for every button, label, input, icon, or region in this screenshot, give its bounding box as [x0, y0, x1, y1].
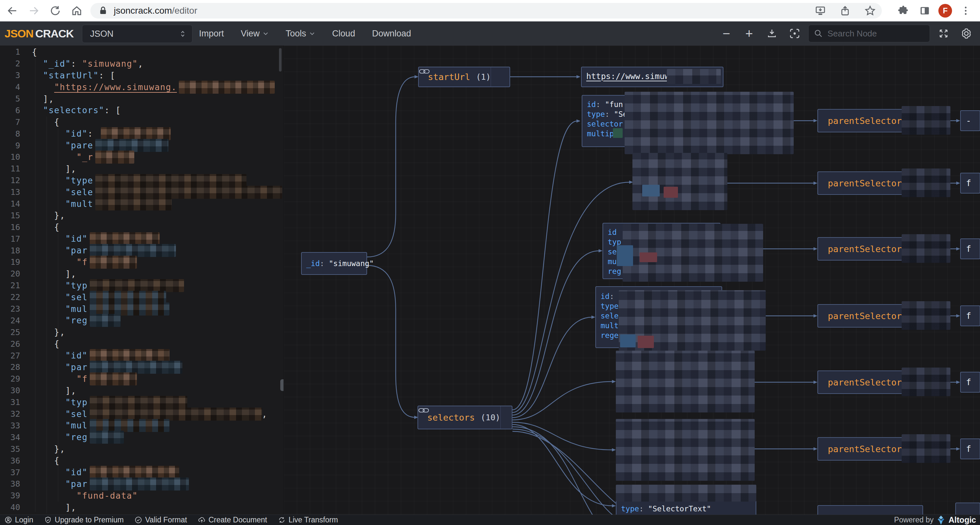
zoom-out-button[interactable]: −: [717, 24, 735, 43]
redacted-blur: [95, 186, 282, 199]
code-line: 15 },: [0, 209, 283, 221]
code-text: },: [32, 327, 65, 337]
node-edge-right-3[interactable]: f: [960, 238, 980, 259]
code-text: "reg: [32, 314, 121, 327]
code-line: 33 "mul: [0, 420, 283, 432]
code-line: 37 "id": [0, 466, 283, 478]
expand-link-icon[interactable]: [491, 67, 509, 86]
redacted-blur: [90, 372, 137, 385]
code-editor[interactable]: 1{2 "_id": "simuwang",3 "startUrl": [4 "…: [0, 46, 283, 515]
home-icon[interactable]: [68, 2, 85, 19]
check-circle-icon: [135, 516, 142, 524]
code-line: 3 "startUrl": [: [0, 70, 283, 81]
url-host: jsoncrack.com: [114, 6, 172, 16]
menu-item-tools[interactable]: Tools: [286, 29, 315, 39]
code-text: "par: [32, 477, 189, 490]
app-logo[interactable]: JSON CRACK: [5, 21, 73, 46]
node-edge-right-2[interactable]: f: [960, 173, 980, 193]
code-text: "f: [32, 256, 137, 269]
node-bottom-strip[interactable]: [818, 505, 923, 515]
code-line: 24 "reg: [0, 314, 283, 326]
redacted-blur: [90, 314, 121, 327]
code-text: "selectors": [: [32, 105, 121, 115]
graph-canvas[interactable]: _id: "simuwang"startUrl(1)https://www.si…: [283, 46, 980, 515]
redacted-blur: [95, 151, 134, 164]
format-select[interactable]: JSON: [82, 25, 192, 43]
chevron-down-icon: [309, 30, 315, 37]
node-parentselectors-3[interactable]: parentSelectors: [818, 237, 903, 260]
menu-item-cloud[interactable]: Cloud: [332, 29, 355, 39]
line-number: 29: [0, 374, 20, 383]
redacted-blur: [90, 303, 169, 316]
share-icon[interactable]: [840, 5, 851, 16]
line-number: 10: [0, 152, 20, 162]
code-text: "mul: [32, 303, 169, 316]
node-edge-right-4[interactable]: f: [960, 305, 980, 326]
line-number: 27: [0, 351, 20, 361]
redacted-blur: [902, 169, 950, 197]
editor-scrollbar[interactable]: [279, 48, 282, 72]
line-number: 38: [0, 479, 20, 488]
node-label: parentSelectors: [828, 311, 907, 321]
code-line: 13 "sele: [0, 187, 283, 198]
settings-gear-icon[interactable]: [957, 24, 975, 43]
code-line: 12 "type: [0, 175, 283, 187]
live-transform-toggle[interactable]: Live Transform: [278, 515, 338, 524]
altogic-logo-icon: [937, 515, 945, 525]
redacted-blur: [95, 174, 247, 187]
reload-icon[interactable]: [47, 2, 64, 19]
create-document-button[interactable]: Create Document: [198, 515, 267, 524]
line-number: 36: [0, 456, 20, 466]
node-edge-right-7[interactable]: [955, 503, 980, 515]
node-edge-right-1[interactable]: -: [960, 110, 980, 131]
install-icon[interactable]: [815, 5, 826, 16]
node-parentselectors-5[interactable]: parentSelectors: [818, 370, 903, 394]
code-line: 19 "f: [0, 256, 283, 268]
expand-link-icon[interactable]: [500, 406, 512, 429]
valid-format-status[interactable]: Valid Format: [135, 515, 187, 524]
menu-item-download[interactable]: Download: [372, 29, 411, 39]
node-text-line: type: "SelectorText": [616, 504, 756, 514]
line-number: 34: [0, 432, 20, 442]
search-input[interactable]: [827, 28, 924, 39]
code-text: "f: [32, 372, 137, 385]
login-button[interactable]: Login: [5, 515, 33, 524]
forward-icon[interactable]: [25, 2, 42, 19]
node-label: -: [966, 116, 971, 126]
bookmark-star-icon[interactable]: [864, 5, 876, 17]
redacted-blur: [90, 349, 169, 362]
node-parentselectors-2[interactable]: parentSelectors: [818, 171, 903, 195]
browser-menu-icon[interactable]: [957, 2, 974, 19]
upgrade-premium-button[interactable]: Upgrade to Premium: [44, 515, 124, 524]
profile-avatar[interactable]: F: [939, 4, 952, 18]
download-image-button[interactable]: [763, 24, 781, 43]
node-selectors[interactable]: selectors(10): [417, 405, 512, 429]
line-number: 17: [0, 234, 20, 244]
redacted-blur: [90, 244, 176, 257]
code-text: "par: [32, 361, 182, 374]
code-line: 6 "selectors": [: [0, 104, 283, 116]
code-text: "sele: [32, 186, 282, 199]
node-parentselectors-6[interactable]: parentSelectors: [818, 437, 903, 461]
back-icon[interactable]: [4, 2, 21, 19]
node-starturl[interactable]: startUrl(1): [418, 67, 510, 87]
powered-by-altogic[interactable]: Powered by Altogic: [894, 515, 976, 525]
node-parentselectors-4[interactable]: parentSelectors: [818, 304, 903, 327]
node-root[interactable]: _id: "simuwang": [301, 252, 367, 275]
address-bar[interactable]: jsoncrack.com/editor: [91, 3, 882, 19]
node-edge-right-5[interactable]: f: [960, 372, 980, 393]
node-edge-right-6[interactable]: f: [960, 439, 980, 459]
menu-item-view[interactable]: View: [241, 29, 269, 39]
node-parentselectors-1[interactable]: parentSelectors: [818, 109, 903, 132]
code-line: 39 "fund-data": [0, 490, 283, 501]
zoom-in-button[interactable]: +: [740, 24, 758, 43]
code-line: 27 "id": [0, 349, 283, 361]
extensions-icon[interactable]: [895, 2, 912, 19]
line-number: 18: [0, 246, 20, 255]
menu-item-import[interactable]: Import: [199, 29, 224, 39]
fullscreen-icon[interactable]: [934, 24, 953, 43]
center-view-button[interactable]: [786, 24, 804, 43]
code-text: "type: [32, 174, 247, 187]
code-line: 5 ],: [0, 93, 283, 105]
sidebar-icon[interactable]: [916, 2, 933, 19]
